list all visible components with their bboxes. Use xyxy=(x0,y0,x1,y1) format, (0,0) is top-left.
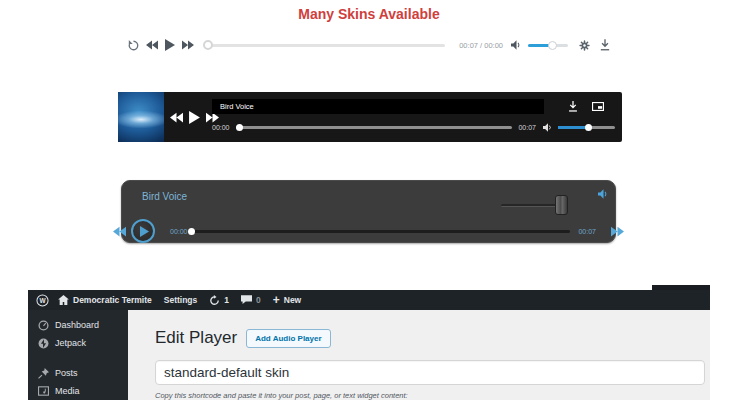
download-icon[interactable] xyxy=(568,101,578,112)
sidebar-item-media[interactable]: Media xyxy=(28,382,128,400)
repeat-icon[interactable] xyxy=(128,40,139,51)
progress-handle[interactable] xyxy=(203,40,213,50)
total-time: 00:07 xyxy=(578,228,596,235)
site-name: Democratic Termite xyxy=(73,295,152,305)
download-icon[interactable] xyxy=(600,39,610,51)
player-body xyxy=(121,180,616,243)
volume-icon[interactable] xyxy=(543,123,553,132)
new-label: New xyxy=(284,295,301,305)
audio-player-gray: Bird Voice 00:00 00:07 xyxy=(112,180,625,245)
sidebar-item-dashboard[interactable]: Dashboard xyxy=(28,316,128,334)
progress-bar[interactable] xyxy=(205,44,445,47)
volume-slider[interactable] xyxy=(528,44,568,47)
new-menu[interactable]: + New xyxy=(273,295,302,305)
settings-gear-icon[interactable] xyxy=(579,40,590,51)
progress-handle[interactable] xyxy=(188,228,195,235)
page-title: Many Skins Available xyxy=(0,6,738,22)
volume-handle[interactable] xyxy=(585,124,592,131)
comment-icon xyxy=(241,295,252,305)
track-thumbnail xyxy=(118,92,164,142)
sidebar-item-jetpack[interactable]: Jetpack xyxy=(28,334,128,352)
track-title-bar: Bird Voice xyxy=(212,99,544,114)
plus-icon: + xyxy=(273,295,280,305)
sidebar-item-label: Jetpack xyxy=(55,338,86,348)
fast-forward-button[interactable] xyxy=(182,40,194,50)
sidebar-item-label: Media xyxy=(55,386,80,396)
pushpin-icon xyxy=(38,368,49,379)
sidebar-item-posts[interactable]: Posts xyxy=(28,364,128,382)
volume-icon[interactable] xyxy=(598,189,609,199)
home-icon xyxy=(58,295,69,305)
dashboard-icon xyxy=(38,320,49,331)
time-display: 00:07 / 00:00 xyxy=(459,41,503,50)
play-button[interactable] xyxy=(131,219,155,243)
edit-player-heading: Edit Player xyxy=(155,328,237,348)
play-button[interactable] xyxy=(189,111,200,124)
wordpress-logo-icon[interactable]: W xyxy=(36,294,49,307)
sidebar-item-label: Dashboard xyxy=(55,320,99,330)
jetpack-icon xyxy=(38,338,49,349)
track-title: Bird Voice xyxy=(142,191,187,202)
audio-player-dark: Bird Voice 00:00 00:07 xyxy=(118,92,622,142)
comments-count: 0 xyxy=(256,295,261,305)
adminbar-settings[interactable]: Settings xyxy=(164,295,198,305)
current-time: 00:00 xyxy=(170,228,188,235)
shortcode-hint: Copy this shortcode and paste it into yo… xyxy=(155,391,408,400)
volume-fill xyxy=(558,126,588,129)
progress-handle[interactable] xyxy=(236,124,243,131)
volume-icon[interactable] xyxy=(511,40,522,50)
volume-fader-knob[interactable] xyxy=(555,195,568,215)
page-header: Edit Player Add Audio Player xyxy=(155,328,331,348)
updates-menu[interactable]: 1 xyxy=(209,295,229,306)
site-menu[interactable]: Democratic Termite xyxy=(58,295,152,305)
wp-admin-bar: W Democratic Termite Settings 1 0 + New xyxy=(28,290,710,310)
rewind-button[interactable] xyxy=(146,40,158,50)
add-audio-player-button[interactable]: Add Audio Player xyxy=(246,329,330,348)
volume-fader-track[interactable] xyxy=(501,204,563,207)
sidebar-item-label: Posts xyxy=(55,368,78,378)
progress-row: 00:00 00:07 xyxy=(212,120,615,134)
updates-count: 1 xyxy=(224,295,229,305)
wp-content-area: Edit Player Add Audio Player Copy this s… xyxy=(128,310,710,400)
settings-label: Settings xyxy=(164,295,198,305)
volume-handle[interactable] xyxy=(548,41,557,50)
play-button[interactable] xyxy=(165,39,175,51)
previous-button[interactable] xyxy=(113,226,126,237)
svg-text:W: W xyxy=(39,296,46,303)
total-time: 00:07 xyxy=(518,124,536,131)
audio-player-minimal: 00:07 / 00:00 xyxy=(128,37,610,53)
pip-icon[interactable] xyxy=(592,102,604,111)
update-icon xyxy=(209,295,220,306)
progress-bar[interactable] xyxy=(192,230,570,233)
sidebar-separator xyxy=(28,352,128,364)
current-time: 00:00 xyxy=(212,124,230,131)
track-title: Bird Voice xyxy=(212,99,544,114)
rewind-button[interactable] xyxy=(170,112,183,123)
volume-slider[interactable] xyxy=(558,126,615,129)
skin-name-input[interactable] xyxy=(155,360,705,385)
comments-menu[interactable]: 0 xyxy=(241,295,261,305)
next-button[interactable] xyxy=(611,226,624,237)
media-icon xyxy=(38,386,49,396)
wp-sidebar: Dashboard Jetpack Posts Media xyxy=(28,310,128,400)
progress-bar[interactable] xyxy=(236,126,513,129)
wordpress-admin-screenshot: W Democratic Termite Settings 1 0 + New xyxy=(28,290,710,400)
